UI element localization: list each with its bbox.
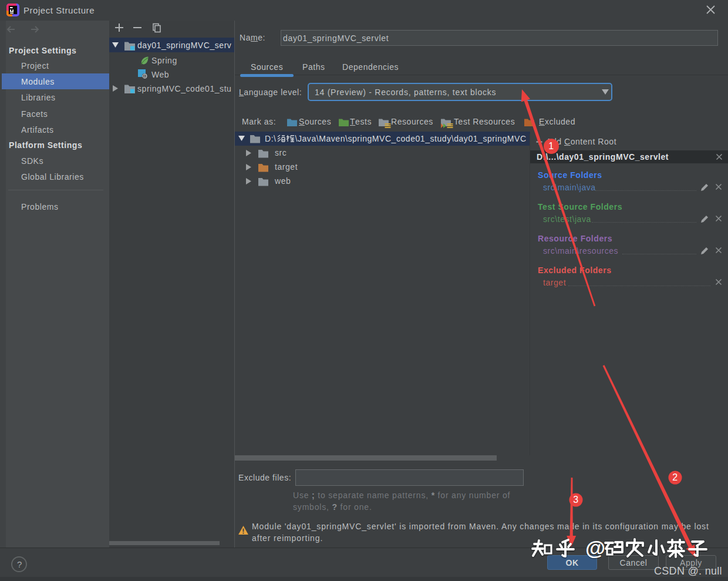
svg-text:2: 2: [672, 472, 678, 482]
svg-text:3: 3: [573, 495, 578, 505]
svg-text:1: 1: [548, 141, 554, 151]
